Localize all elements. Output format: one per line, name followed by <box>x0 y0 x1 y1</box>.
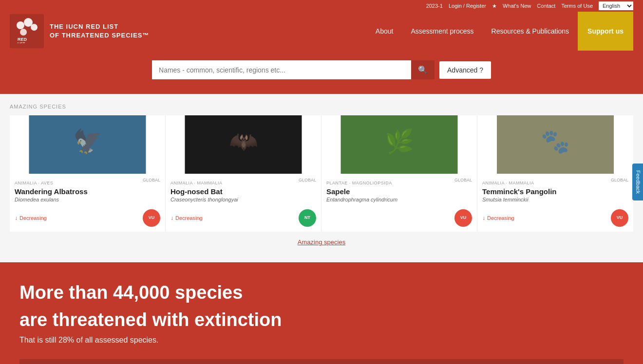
species-sci-name: Craseonycteris thonglongyai <box>170 197 316 202</box>
species-trend: ↓Decreasing <box>482 215 514 221</box>
species-meta: ANIMALIA · MAMMALIA GLOBAL Temminck's Pa… <box>477 174 633 204</box>
species-sci-name: Entandrophragma cylindricum <box>326 197 472 202</box>
svg-text:🦅: 🦅 <box>73 127 102 155</box>
search-button[interactable]: 🔍 <box>411 60 435 79</box>
svg-text:RED: RED <box>18 37 27 42</box>
amazing-section: AMAZING SPECIES 🦅 ANIMALIA · AVES GLOBAL… <box>0 94 643 262</box>
species-name: Wandering Albatross <box>15 187 160 196</box>
species-name: Hog-nosed Bat <box>170 187 316 196</box>
species-meta: ANIMALIA · MAMMALIA GLOBAL Hog-nosed Bat… <box>166 174 321 204</box>
species-footer: ↓Decreasing VU <box>477 206 633 232</box>
login-link[interactable]: Login / Register <box>449 3 486 9</box>
nav-about[interactable]: About <box>367 12 402 51</box>
status-badge: VU <box>454 209 472 227</box>
stats-headline2: are threatened with extinction <box>19 309 624 331</box>
svg-text:🐾: 🐾 <box>541 127 570 155</box>
species-kingdom: ANIMALIA · MAMMALIA <box>482 181 534 185</box>
logo-text: THE IUCN RED LIST OF THREATENED SPECIES™ <box>50 22 150 40</box>
svg-point-0 <box>17 21 24 29</box>
main-nav: About Assessment process Resources & Pub… <box>367 12 633 51</box>
stats-section: More than 44,000 species are threatened … <box>0 262 643 364</box>
species-footer: ↓Decreasing VU <box>10 206 165 232</box>
top-bar: 2023-1 Login / Register ★ What's New Con… <box>0 0 643 12</box>
species-grid: 🦅 ANIMALIA · AVES GLOBAL Wandering Albat… <box>10 115 633 232</box>
trend-arrow-icon: ↓ <box>15 215 18 221</box>
svg-point-3 <box>20 29 27 36</box>
svg-text:🦇: 🦇 <box>229 127 258 155</box>
species-card[interactable]: 🐾 ANIMALIA · MAMMALIA GLOBAL Temminck's … <box>477 115 633 232</box>
search-input[interactable] <box>152 60 411 79</box>
search-section: 🔍 Advanced ? <box>0 51 643 94</box>
species-footer: VU <box>322 206 477 232</box>
nav-resources[interactable]: Resources & Publications <box>483 12 578 51</box>
header: RED LIST THE IUCN RED LIST OF THREATENED… <box>0 12 643 51</box>
species-card[interactable]: 🦇 ANIMALIA · MAMMALIA GLOBAL Hog-nosed B… <box>166 115 322 232</box>
species-scope: GLOBAL <box>611 178 628 182</box>
logo-area: RED LIST THE IUCN RED LIST OF THREATENED… <box>10 14 150 48</box>
amazing-species-link[interactable]: Amazing species <box>298 238 345 246</box>
species-sci-name: Diomedea exulans <box>15 197 160 202</box>
species-kingdom: PLANTAE · MAGNOLIOPSIDA <box>326 181 392 185</box>
species-scope: GLOBAL <box>299 178 316 182</box>
search-icon: 🔍 <box>418 66 428 74</box>
species-scope: GLOBAL <box>454 178 472 182</box>
stats-grid: AMPHIBIANS 41% 🐸 MAMMALS 26% 🐆 CONIFERS … <box>19 359 624 364</box>
species-meta: ANIMALIA · AVES GLOBAL Wandering Albatro… <box>10 174 165 204</box>
status-badge: VU <box>143 209 160 227</box>
star-icon: ★ <box>492 3 497 9</box>
logo-box: RED LIST <box>10 14 44 48</box>
status-badge: NT <box>299 209 316 227</box>
amazing-label: AMAZING SPECIES <box>10 104 633 109</box>
whats-new-link[interactable]: What's New <box>503 3 531 9</box>
svg-text:LIST: LIST <box>18 42 25 43</box>
svg-text:🌿: 🌿 <box>385 127 414 155</box>
species-card[interactable]: 🌿 PLANTAE · MAGNOLIOPSIDA GLOBAL Sapele … <box>322 115 477 232</box>
search-box: 🔍 <box>152 60 435 79</box>
stats-headline1: More than 44,000 species <box>19 282 624 304</box>
stats-sub: That is still 28% of all assessed specie… <box>19 336 624 345</box>
species-kingdom: ANIMALIA · MAMMALIA <box>170 181 223 185</box>
species-sci-name: Smutsia temminckii <box>482 197 628 202</box>
contact-link[interactable]: Contact <box>537 3 555 9</box>
svg-point-2 <box>31 24 38 31</box>
advanced-button[interactable]: Advanced ? <box>439 61 491 79</box>
species-trend: ↓Decreasing <box>15 215 47 221</box>
species-footer: ↓Decreasing NT <box>166 206 321 232</box>
feedback-tab[interactable]: Feedback <box>632 164 643 200</box>
status-badge: VU <box>611 209 628 227</box>
species-meta: PLANTAE · MAGNOLIOPSIDA GLOBAL Sapele En… <box>322 174 477 204</box>
species-card[interactable]: 🦅 ANIMALIA · AVES GLOBAL Wandering Albat… <box>10 115 166 232</box>
species-name: Temminck's Pangolin <box>482 187 628 196</box>
species-trend: ↓Decreasing <box>170 215 203 221</box>
logo-icon: RED LIST <box>14 17 40 46</box>
trend-arrow-icon: ↓ <box>482 215 485 221</box>
lang-select[interactable]: English Français Español <box>599 1 633 10</box>
amazing-link-area: Amazing species <box>10 232 633 253</box>
species-kingdom: ANIMALIA · AVES <box>15 181 53 185</box>
nav-assessment[interactable]: Assessment process <box>402 12 482 51</box>
nav-support[interactable]: Support us <box>578 12 633 51</box>
species-name: Sapele <box>326 187 472 196</box>
terms-link[interactable]: Terms of Use <box>561 3 593 9</box>
year-label: 2023-1 <box>426 3 443 9</box>
species-scope: GLOBAL <box>143 178 160 182</box>
trend-arrow-icon: ↓ <box>170 215 173 221</box>
